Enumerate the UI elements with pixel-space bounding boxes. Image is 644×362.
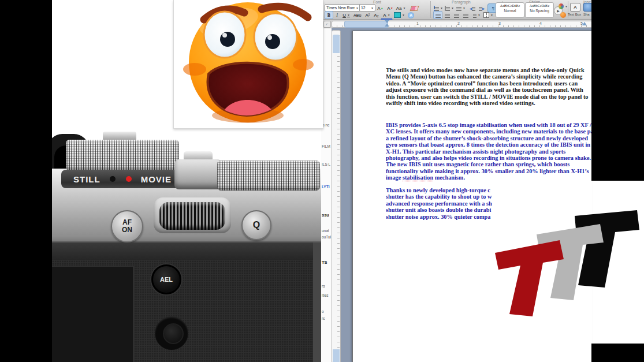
ttt-logo xyxy=(488,208,644,323)
emoji-blush-left xyxy=(183,63,206,76)
align-center-button[interactable] xyxy=(442,11,452,19)
line-spacing-button[interactable]: ▼ xyxy=(471,11,482,19)
doc-line: advanced response performance with a sh xyxy=(386,200,499,207)
ruler-number: 4 xyxy=(539,21,542,25)
chevron-down-icon: ▼ xyxy=(356,6,359,10)
emoji-blush-right xyxy=(293,59,314,70)
paragraph-1[interactable]: The stills and video modes now have sepa… xyxy=(386,67,589,106)
web-fragment: rs xyxy=(322,284,325,288)
ruler-left-margin xyxy=(344,21,388,28)
style-card-no-spacing[interactable]: AaBbCcDdEe No Spacing xyxy=(525,2,554,18)
emoji-pupil-right xyxy=(265,34,280,49)
text-effects-button[interactable]: A xyxy=(406,11,416,19)
doc-line: The stills and video modes now have sepa… xyxy=(386,67,589,73)
doc-line: swiftly shift into video recording with … xyxy=(386,100,589,106)
web-fragment: rs xyxy=(322,316,325,320)
camera-mode-dial-knurl xyxy=(66,140,179,171)
movie-dot-icon xyxy=(126,176,132,182)
camera-side-edge xyxy=(313,242,321,362)
doc-line: shutter unit also boasts double the dura… xyxy=(386,207,499,213)
camera-ael-button: AEL xyxy=(151,264,181,294)
right-margin-marker[interactable] xyxy=(582,22,587,25)
camera-still-movie-dial: STILL MOVIE xyxy=(61,170,184,188)
doc-line: XC lenses. It offers many new components… xyxy=(386,128,600,135)
doc-line: IBIS provides 5-axis 6.5 stop image stab… xyxy=(386,122,600,128)
doc-line: gyro sensors that boast approx. 8 times … xyxy=(386,141,600,148)
bottom-right-black-block xyxy=(591,344,644,362)
web-fragment: TS xyxy=(322,260,327,265)
doc-line: X-H1. This particular mechanism assists … xyxy=(386,148,600,155)
doc-line: image stabilisation mechanism. xyxy=(386,174,600,181)
left-black-bar xyxy=(0,0,52,362)
ribbon-group-label-font: Font xyxy=(373,0,381,4)
doc-line: The new IBIS unit uses magnetic force ra… xyxy=(386,161,600,167)
ruler-number: 3 xyxy=(498,21,501,25)
camera-command-dial xyxy=(159,202,225,230)
doc-line: shutter noise approx. 30% quieter compa xyxy=(386,214,499,220)
tab-selector[interactable]: ⌐ xyxy=(323,21,331,28)
underline-button[interactable]: U▼ xyxy=(341,11,352,19)
chevron-down-icon: ▼ xyxy=(371,6,374,10)
subscript-button[interactable]: A₂ xyxy=(372,11,381,19)
change-styles-pinwheel-icon[interactable]: ▼ xyxy=(558,2,568,10)
misspelled-word: stabilisation xyxy=(403,174,433,181)
q-label: Q xyxy=(253,220,260,230)
align-right-button[interactable] xyxy=(452,11,461,19)
web-fragment: unat xyxy=(322,229,329,233)
font-color-button[interactable]: A▼ xyxy=(381,11,393,20)
align-left-button[interactable] xyxy=(433,11,442,19)
style-card-normal[interactable]: AaBbCcDdEe Normal xyxy=(496,2,524,18)
video-frame: STILL MOVIE AFON Q AEL is nc FILM ILS L … xyxy=(0,0,644,362)
doc-line: this function, user can switch the STILL… xyxy=(386,94,589,100)
shocked-emoji-svg xyxy=(174,0,323,128)
group-divider xyxy=(430,1,431,18)
top-right-black-bar xyxy=(591,0,644,181)
shocked-emoji-image xyxy=(173,0,323,129)
web-fragment: ities xyxy=(322,293,329,297)
style-preview: AaBbCcDdEe xyxy=(526,4,553,8)
logo-letter-t-black xyxy=(575,210,639,288)
superscript-button[interactable]: A² xyxy=(363,11,372,19)
doc-line: photography, and also helps video record… xyxy=(386,155,600,161)
bold-button[interactable]: B xyxy=(325,11,333,19)
shape-label: Sha xyxy=(583,13,590,16)
ttt-logo-svg xyxy=(488,208,644,323)
movie-label: MOVIE xyxy=(141,174,172,184)
camera-q-button: Q xyxy=(241,210,271,240)
ael-label: AEL xyxy=(160,276,173,283)
web-fragment: o xyxy=(322,309,324,314)
text-box-label: Text Box xyxy=(568,13,581,16)
ruler-number: 2 xyxy=(457,21,460,25)
web-fragment: ILS L xyxy=(322,162,330,166)
doc-line: adjust exposure with the command dial as… xyxy=(386,87,589,93)
indent-marker-top[interactable] xyxy=(385,20,389,23)
italic-button[interactable]: I xyxy=(333,11,341,19)
justify-button[interactable] xyxy=(461,11,470,19)
strikethrough-button[interactable]: ABC xyxy=(352,11,363,19)
paragraph-2[interactable]: IBIS provides 5-axis 6.5 stop image stab… xyxy=(386,122,600,181)
doc-line: video. A “Movie optimized control” funct… xyxy=(386,80,589,87)
borders-button[interactable]: ▼ xyxy=(483,11,494,19)
doc-line: Thanks to newly developed high-torque c xyxy=(386,187,499,193)
doc-line: shutter has the capability to shoot up t… xyxy=(386,193,499,200)
ruler-number: 1 xyxy=(416,21,419,25)
doc-line: Menu (Q Menu) button has enhanced the ca… xyxy=(386,73,589,80)
toolbox-icon[interactable] xyxy=(559,10,567,19)
vertical-ruler-top-margin xyxy=(333,35,340,53)
paragraph-3-clipped[interactable]: Thanks to newly developed high-torque c … xyxy=(386,187,499,220)
indent-marker-bottom[interactable] xyxy=(385,24,389,27)
camera-right-dial-knurl xyxy=(217,161,320,191)
highlight-button[interactable]: ▼ xyxy=(393,11,405,19)
style-name: No Spacing xyxy=(526,9,553,13)
camera-lcd-edge xyxy=(52,266,134,362)
doc-line: functionality while making it approx. 30… xyxy=(386,168,600,174)
emoji-pupil-highlight xyxy=(222,33,227,38)
font-name-value: Times New Roman xyxy=(326,6,355,10)
misspelled-word: stabilisation xyxy=(477,122,507,128)
text-box-icon[interactable]: A xyxy=(570,3,580,12)
web-fragment: ouTul xyxy=(322,235,331,239)
vertical-ruler xyxy=(332,30,341,362)
camera-back-rail xyxy=(52,242,321,260)
word-ribbon: Font Paragraph Styles Inse Times New Rom… xyxy=(322,0,591,20)
ribbon-group-label-paragraph: Paragraph xyxy=(452,0,471,4)
